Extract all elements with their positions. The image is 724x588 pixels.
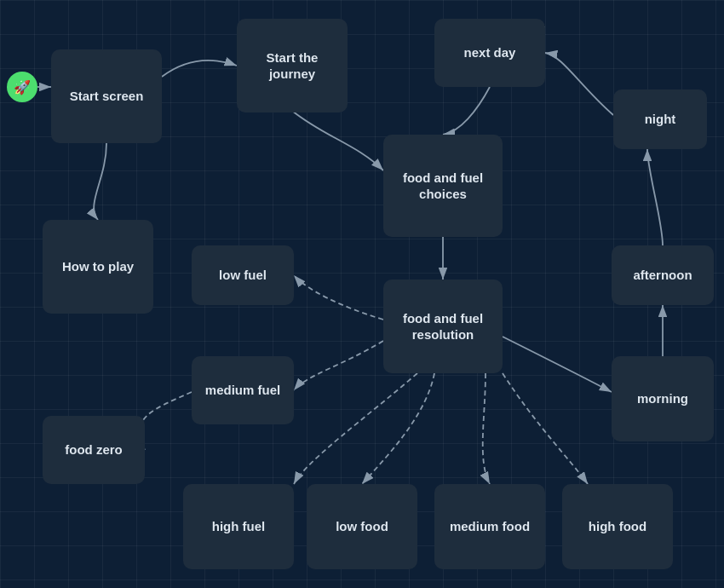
arrow-food-fuel-resolution-to-medium-fuel [294,341,383,390]
node-medium-fuel[interactable]: medium fuel [192,356,294,424]
node-afternoon[interactable]: afternoon [612,245,714,305]
node-start-journey[interactable]: Start the journey [237,19,348,112]
arrow-medium-fuel-to-food-zero [140,392,192,450]
arrow-night-to-next-day [545,53,613,115]
arrow-start-screen-to-how-to-play [94,143,106,220]
arrow-food-fuel-resolution-to-high-fuel [294,373,417,484]
node-low-fuel[interactable]: low fuel [192,245,294,305]
node-morning[interactable]: morning [612,356,714,441]
arrow-start-journey-to-food-fuel-choices [292,111,383,170]
node-food-fuel-resolution[interactable]: food and fuel resolution [383,280,503,373]
arrow-food-fuel-resolution-to-morning [503,337,612,392]
arrow-next-day-to-food-fuel-choices [443,87,490,135]
node-medium-food[interactable]: medium food [434,484,545,569]
arrow-food-fuel-resolution-to-medium-food [483,373,490,484]
rocket-icon: 🚀 [7,72,37,102]
node-low-food[interactable]: low food [307,484,417,569]
arrow-afternoon-to-night [647,149,663,245]
node-how-to-play[interactable]: How to play [43,220,153,314]
node-food-fuel-choices[interactable]: food and fuel choices [383,135,503,237]
node-night[interactable]: night [613,89,707,149]
node-next-day[interactable]: next day [434,19,545,87]
node-food-zero[interactable]: food zero [43,416,145,484]
arrow-food-fuel-resolution-to-low-food [362,373,434,484]
node-high-fuel[interactable]: high fuel [183,484,294,569]
node-high-food[interactable]: high food [562,484,673,569]
arrow-start-screen-to-start-journey [162,61,237,77]
arrow-food-fuel-resolution-to-low-fuel [294,275,383,320]
node-start-screen[interactable]: Start screen [51,49,162,143]
arrow-food-fuel-resolution-to-high-food [503,373,588,484]
